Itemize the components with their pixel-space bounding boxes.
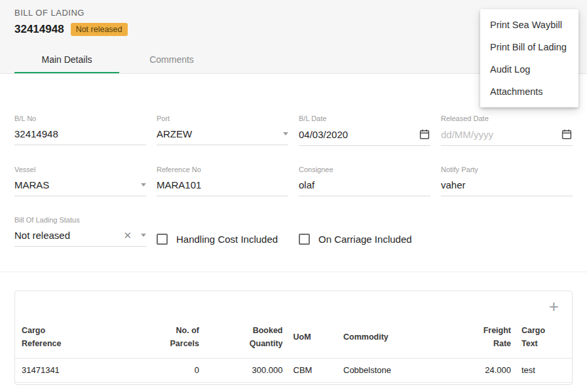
checkbox-label: Handling Cost Included [176,234,278,245]
tab-comments[interactable]: Comments [119,46,224,73]
field-label-notify-party: Notify Party [441,166,573,173]
checkbox-label: On Carriage Included [318,234,412,245]
calendar-icon[interactable] [561,128,573,140]
port-select[interactable]: ARZEW [157,125,288,145]
cell-cargo-reference: 31471341 [15,359,149,383]
field-label-port: Port [157,115,288,122]
port-value: ARZEW [157,128,279,139]
col-cargo-text: CargoText [516,319,572,359]
field-bl-no: B/L No 32414948 [14,115,146,146]
actions-menu: Print Sea Waybill Print Bill of Lading A… [480,9,578,107]
chevron-down-icon[interactable] [141,234,146,237]
checkbox-box[interactable] [299,234,310,245]
bl-date-input[interactable]: 04/03/2020 [299,125,430,146]
col-cargo-reference: CargoReference [15,319,149,359]
vessel-value: MARAS [14,179,137,190]
cell-cargo-text: test [516,359,572,383]
table-row[interactable]: 31471341 0 300.000 CBM Cobbelstone 24.00… [15,359,572,383]
bl-status-select[interactable]: Not released ✕ [14,226,146,247]
col-uom: UoM [288,319,339,359]
clear-icon[interactable]: ✕ [123,230,132,240]
col-commodity: Commodity [338,319,449,359]
cell-commodity: Cobbelstone [338,359,449,383]
field-label-vessel: Vessel [14,166,146,173]
cargo-card: + CargoReference No. ofParcels BookedQua… [14,291,573,385]
tab-main-details[interactable]: Main Details [14,46,119,73]
released-date-placeholder: dd/MM/yyyy [441,129,557,140]
chevron-down-icon[interactable] [283,132,288,135]
field-label-reference-no: Reference No [157,166,288,173]
menu-item-print-sea-waybill[interactable]: Print Sea Waybill [480,14,578,36]
notify-party-value: vaher [441,179,573,190]
field-vessel: Vessel MARAS [14,166,146,196]
consignee-value: olaf [299,179,430,190]
field-label-consignee: Consignee [299,166,430,173]
menu-item-print-bill-of-lading[interactable]: Print Bill of Lading [480,36,578,58]
status-badge: Not released [71,23,128,36]
field-label-bl-date: B/L Date [299,115,430,122]
add-cargo-button[interactable]: + [546,296,561,316]
page-title: 32414948 [14,23,64,36]
field-label-released-date: Released Date [441,115,573,122]
cargo-table: CargoReference No. ofParcels BookedQuant… [15,319,572,383]
cargo-table-header-row: CargoReference No. ofParcels BookedQuant… [15,319,572,359]
field-reference-no: Reference No MARA101 [157,166,288,196]
cell-booked-quantity: 300.000 [204,359,288,383]
consignee-input[interactable]: olaf [299,176,430,196]
cell-no-of-parcels: 0 [149,359,204,383]
notify-party-input[interactable]: vaher [441,176,573,196]
checkbox-on-carriage-included[interactable]: On Carriage Included [299,232,430,247]
section-divider [0,272,587,272]
field-notify-party: Notify Party vaher [441,166,573,196]
released-date-input[interactable]: dd/MM/yyyy [441,125,573,146]
bl-status-value: Not released [14,230,123,241]
field-label-bl-status: Bill Of Lading Status [14,216,146,224]
col-freight-rate: FreightRate [449,319,516,359]
field-consignee: Consignee olaf [299,166,430,196]
vessel-select[interactable]: MARAS [14,176,146,196]
field-port: Port ARZEW [157,115,288,146]
field-bl-status: Bill Of Lading Status Not released ✕ [14,216,146,247]
cargo-card-toolbar: + [15,291,572,316]
cell-uom: CBM [288,359,339,383]
field-released-date: Released Date dd/MM/yyyy [441,115,573,146]
bl-no-input[interactable]: 32414948 [14,125,146,145]
checkbox-box[interactable] [157,234,168,245]
col-no-of-parcels: No. ofParcels [149,319,204,359]
bl-date-value: 04/03/2020 [299,129,415,140]
field-bl-date: B/L Date 04/03/2020 [299,115,430,146]
main-details-form: B/L No 32414948 Port ARZEW B/L Date 04/0… [0,115,587,247]
cell-freight-rate: 24.000 [449,359,516,383]
calendar-icon[interactable] [419,128,430,140]
menu-item-audit-log[interactable]: Audit Log [480,58,578,80]
menu-item-attachments[interactable]: Attachments [480,80,578,103]
chevron-down-icon[interactable] [141,183,146,187]
field-label-bl-no: B/L No [14,115,146,122]
bl-no-value: 32414948 [14,128,146,139]
checkbox-handling-cost-included[interactable]: Handling Cost Included [157,232,288,247]
reference-no-input[interactable]: MARA101 [157,176,288,196]
reference-no-value: MARA101 [157,179,288,190]
col-booked-quantity: BookedQuantity [204,319,288,359]
